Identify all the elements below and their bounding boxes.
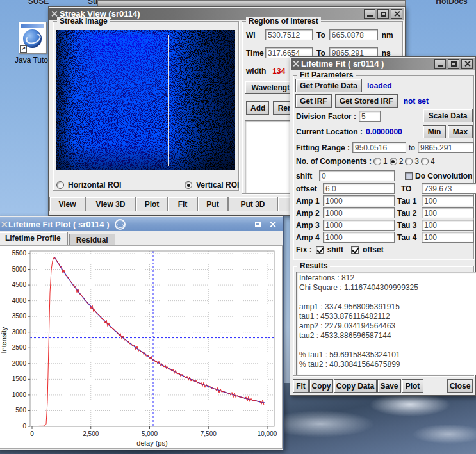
- tau1-label: Tau 1: [397, 197, 419, 206]
- components-radio-4[interactable]: [421, 158, 429, 165]
- put-3d-button[interactable]: Put 3D: [228, 197, 277, 211]
- add-button[interactable]: Add: [246, 101, 269, 115]
- view-3d-button[interactable]: View 3D: [85, 197, 136, 211]
- roi-rectangle[interactable]: [78, 35, 169, 166]
- components-radio-2[interactable]: [390, 158, 397, 165]
- fix-shift-checkbox[interactable]: [316, 246, 324, 254]
- close-button[interactable]: [267, 219, 279, 230]
- plot-button[interactable]: Plot: [402, 379, 423, 393]
- wl-label: Wl: [246, 31, 261, 40]
- tau4-input[interactable]: [422, 232, 474, 243]
- min-button[interactable]: Min: [423, 125, 446, 138]
- svg-text:5500: 5500: [12, 250, 27, 257]
- background-window-edge: [97, 0, 406, 6]
- desktop-label-hotdocs[interactable]: HotDocs: [436, 0, 467, 6]
- tab-residual[interactable]: Residual: [69, 234, 115, 245]
- fix-shift-label: shift: [327, 245, 343, 254]
- group-title: Fit Parameters: [297, 70, 356, 79]
- svg-text:500: 500: [15, 407, 26, 414]
- fit-button[interactable]: Fit: [293, 379, 309, 393]
- max-button[interactable]: Max: [448, 125, 473, 138]
- offset-label: offset: [296, 184, 320, 193]
- save-button[interactable]: Save: [377, 379, 401, 393]
- result-line: [299, 293, 474, 302]
- do-convolution-label: Do Convolution: [415, 172, 472, 181]
- width-label: width: [246, 67, 266, 76]
- components-option-label: 4: [431, 157, 435, 166]
- group-title: Results: [297, 261, 330, 270]
- window-menu-icon[interactable]: [1, 222, 7, 227]
- close-button[interactable]: Close: [447, 379, 473, 393]
- vertical-roi-radio[interactable]: [185, 181, 192, 189]
- tau3-input[interactable]: [422, 220, 474, 231]
- close-button[interactable]: [461, 59, 473, 69]
- amp3-input[interactable]: [323, 220, 395, 231]
- plot-button[interactable]: Plot: [136, 197, 168, 211]
- shift-label: shift: [296, 172, 316, 181]
- maximize-button[interactable]: [377, 9, 389, 19]
- svg-text:0: 0: [30, 430, 34, 437]
- horizontal-roi-label: Horizontal ROI: [68, 181, 121, 190]
- svg-text:1500: 1500: [12, 375, 27, 382]
- wl-to-input[interactable]: [329, 29, 378, 40]
- svg-text:2500: 2500: [12, 344, 27, 351]
- lifetime-fit-plot-window: Lifetime Fit Plot ( sr0114 ) Lifetime Pr…: [0, 216, 284, 450]
- streak-image[interactable]: [56, 30, 235, 170]
- amp1-input[interactable]: [323, 195, 395, 206]
- get-irf-button[interactable]: Get IRF: [295, 94, 332, 108]
- fix-offset-label: offset: [363, 245, 384, 254]
- tau2-label: Tau 2: [397, 209, 419, 218]
- maximize-button[interactable]: [448, 59, 459, 69]
- fitting-range-to-input[interactable]: [418, 142, 474, 153]
- desktop-label-suse[interactable]: SUSE: [28, 0, 49, 6]
- horizontal-roi-option[interactable]: Horizontal ROI: [56, 181, 121, 190]
- maximize-button[interactable]: [252, 219, 264, 230]
- svg-text:5000: 5000: [12, 266, 27, 273]
- lifetime-fit-titlebar[interactable]: Lifetime Fit ( sr0114 ): [291, 58, 475, 70]
- close-button[interactable]: [391, 9, 402, 19]
- view-button[interactable]: View: [49, 197, 85, 211]
- fix-offset-checkbox[interactable]: [351, 246, 359, 254]
- group-title: Regions of Interest: [246, 17, 321, 26]
- amp4-input[interactable]: [323, 232, 395, 243]
- window-title: Lifetime Fit Plot ( sr0114 ): [8, 220, 110, 229]
- fit-button[interactable]: Fit: [168, 197, 197, 211]
- put-button[interactable]: Put: [197, 197, 228, 211]
- horizontal-roi-radio[interactable]: [56, 181, 64, 189]
- minimize-button[interactable]: [364, 9, 375, 19]
- wl-from-input[interactable]: [265, 29, 313, 40]
- amp2-input[interactable]: [323, 207, 395, 218]
- tau2-input[interactable]: [422, 207, 474, 218]
- plot-window-titlebar[interactable]: Lifetime Fit Plot ( sr0114 ): [0, 217, 283, 231]
- svg-text:delay (ps): delay (ps): [136, 439, 167, 447]
- window-menu-icon[interactable]: [293, 61, 299, 67]
- copy-data-button[interactable]: Copy Data: [334, 379, 377, 393]
- wl-to-label: To: [316, 31, 325, 40]
- get-stored-irf-button[interactable]: Get Stored IRF: [335, 94, 398, 108]
- components-radio-1[interactable]: [373, 158, 381, 165]
- svg-text:7,500: 7,500: [201, 430, 217, 437]
- window-menu-icon[interactable]: [51, 11, 57, 17]
- fitting-range-label: Fitting Range :: [296, 143, 350, 152]
- offset-input[interactable]: [323, 183, 395, 194]
- lifetime-fit-window: Lifetime Fit ( sr0114 ) Fit Parameters G…: [290, 56, 476, 396]
- division-factor-input[interactable]: [359, 111, 381, 122]
- current-location-value: 0.0000000: [366, 127, 402, 136]
- wl-unit-label: nm: [382, 31, 393, 40]
- get-profile-data-button[interactable]: Get Profile Data: [295, 79, 362, 92]
- fitting-range-from-input[interactable]: [352, 142, 406, 153]
- minimize-button[interactable]: [434, 59, 446, 69]
- svg-text:4500: 4500: [12, 281, 27, 288]
- tau1-input[interactable]: [422, 195, 474, 206]
- copy-button[interactable]: Copy: [309, 379, 333, 393]
- do-convolution-checkbox[interactable]: [405, 172, 413, 180]
- results-textarea[interactable]: Interations : 812 Chi Square : 1.1167404…: [296, 272, 476, 375]
- to-input[interactable]: [422, 183, 476, 194]
- scale-data-button[interactable]: Scale Data: [423, 109, 473, 122]
- vertical-roi-option[interactable]: Vertical ROI: [185, 181, 239, 190]
- result-line: Chi Square : 1.1167404309999325: [299, 283, 474, 293]
- desktop-icon-java-tutor[interactable]: ↗ Java Tutor: [14, 22, 51, 65]
- components-radio-3[interactable]: [405, 158, 413, 165]
- tab-lifetime-profile[interactable]: Lifetime Profile: [0, 232, 68, 245]
- shift-input[interactable]: [319, 170, 395, 181]
